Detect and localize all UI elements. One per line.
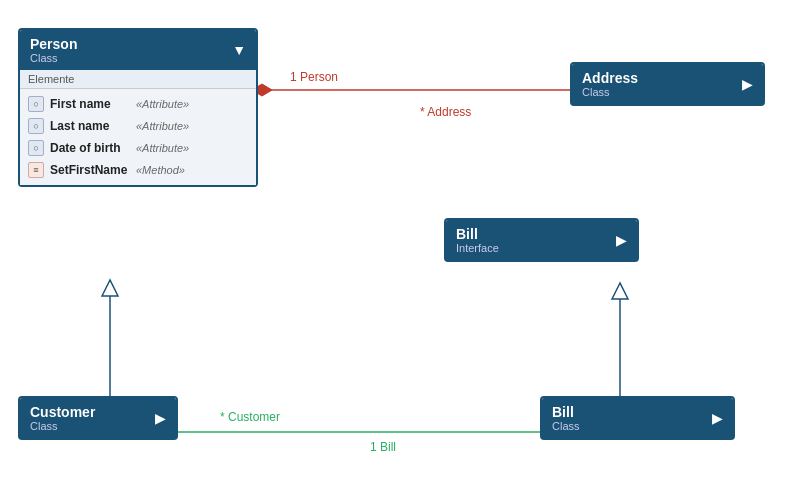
element-stereo: «Attribute» bbox=[136, 142, 189, 154]
customer-header: Customer Class ▶ bbox=[20, 398, 176, 438]
label-customer-to-bill-bottom: 1 Bill bbox=[370, 440, 396, 454]
person-header: Person Class ▼ bbox=[20, 30, 256, 70]
bill-interface-type: Interface bbox=[456, 242, 499, 254]
address-class-name: Address bbox=[582, 70, 638, 86]
customer-class-box: Customer Class ▶ bbox=[18, 396, 178, 440]
label-customer-to-bill-top: * Customer bbox=[220, 410, 280, 424]
address-expand-icon[interactable]: ▶ bbox=[742, 76, 753, 92]
customer-class-type: Class bbox=[30, 420, 95, 432]
svg-marker-6 bbox=[612, 283, 628, 299]
customer-expand-icon[interactable]: ▶ bbox=[155, 410, 166, 426]
customer-class-name: Customer bbox=[30, 404, 95, 420]
element-stereo: «Attribute» bbox=[136, 98, 189, 110]
bill-class-box: Bill Class ▶ bbox=[540, 396, 735, 440]
person-collapse-icon[interactable]: ▼ bbox=[232, 42, 246, 58]
person-section-label: Elemente bbox=[20, 70, 256, 89]
element-stereo: «Attribute» bbox=[136, 120, 189, 132]
person-class-box: Person Class ▼ Elemente ○ First name «At… bbox=[18, 28, 258, 187]
method-icon: ≡ bbox=[28, 162, 44, 178]
element-stereo: «Method» bbox=[136, 164, 185, 176]
person-elements: ○ First name «Attribute» ○ Last name «At… bbox=[20, 89, 256, 185]
element-name: Last name bbox=[50, 119, 130, 133]
bill-class-type: Class bbox=[552, 420, 580, 432]
person-class-type: Class bbox=[30, 52, 77, 64]
list-item: ○ Last name «Attribute» bbox=[20, 115, 256, 137]
bill-class-expand-icon[interactable]: ▶ bbox=[712, 410, 723, 426]
svg-marker-4 bbox=[102, 280, 118, 296]
element-name: Date of birth bbox=[50, 141, 130, 155]
attr-icon: ○ bbox=[28, 140, 44, 156]
bill-class-name: Bill bbox=[552, 404, 580, 420]
element-name: First name bbox=[50, 97, 130, 111]
label-person-to-address-top: 1 Person bbox=[290, 70, 338, 84]
person-class-name: Person bbox=[30, 36, 77, 52]
label-person-to-address-bottom: * Address bbox=[420, 105, 471, 119]
attr-icon: ○ bbox=[28, 118, 44, 134]
attr-icon: ○ bbox=[28, 96, 44, 112]
list-item: ○ Date of birth «Attribute» bbox=[20, 137, 256, 159]
list-item: ≡ SetFirstName «Method» bbox=[20, 159, 256, 181]
list-item: ○ First name «Attribute» bbox=[20, 93, 256, 115]
bill-class-header: Bill Class ▶ bbox=[542, 398, 733, 438]
address-class-type: Class bbox=[582, 86, 638, 98]
address-header: Address Class ▶ bbox=[572, 64, 763, 104]
bill-interface-name: Bill bbox=[456, 226, 499, 242]
diagram-container: Person Class ▼ Elemente ○ First name «At… bbox=[0, 0, 800, 500]
bill-interface-box: Bill Interface ▶ bbox=[444, 218, 639, 262]
bill-interface-expand-icon[interactable]: ▶ bbox=[616, 232, 627, 248]
address-class-box: Address Class ▶ bbox=[570, 62, 765, 106]
element-name: SetFirstName bbox=[50, 163, 130, 177]
bill-interface-header: Bill Interface ▶ bbox=[446, 220, 637, 260]
